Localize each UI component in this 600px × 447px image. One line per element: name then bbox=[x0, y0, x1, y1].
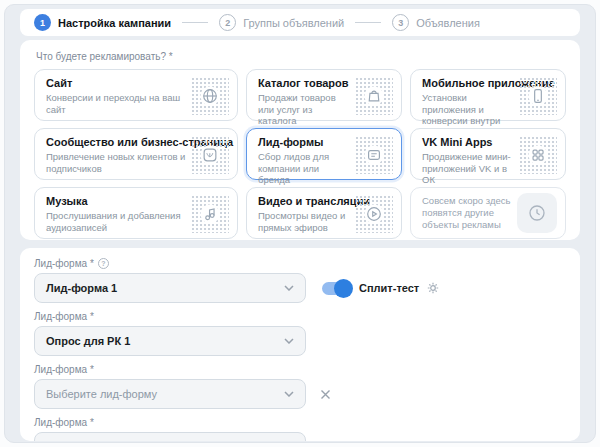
objective-card-community[interactable]: Сообщество или бизнес-страница Привлечен… bbox=[34, 128, 238, 180]
card-title: Лид-формы bbox=[258, 136, 351, 149]
step-2-label: Группы объявлений bbox=[243, 17, 344, 29]
split-test-label: Сплит-тест bbox=[359, 282, 419, 294]
objective-card-vk-mini-apps[interactable]: VK Mini Apps Продвижение мини-приложений… bbox=[410, 128, 566, 180]
video-play-icon bbox=[355, 195, 393, 233]
step-1-circle: 1 bbox=[34, 14, 51, 31]
objective-card-catalog[interactable]: Каталог товаров Продажи товаров или услу… bbox=[246, 69, 402, 121]
step-3-circle: 3 bbox=[392, 14, 409, 31]
card-subtitle: Просмотры видео и прямых эфиров bbox=[258, 210, 351, 233]
split-test-toggle[interactable] bbox=[322, 282, 351, 295]
select-value: Опрос для РК 1 bbox=[46, 335, 130, 347]
chevron-down-icon bbox=[284, 338, 294, 344]
lead-form-field-1: Лид-форма * ? Лид-форма 1 Сплит-тест bbox=[34, 258, 566, 303]
step-campaign-settings[interactable]: 1 Настройка кампании bbox=[34, 14, 171, 31]
card-title: Сайт bbox=[46, 77, 187, 90]
lead-form-icon bbox=[355, 136, 393, 174]
coming-soon-text: Совсем скоро здесь появятся другие объек… bbox=[422, 195, 517, 231]
step-divider bbox=[355, 22, 381, 23]
card-subtitle: Конверсии и переходы на ваш сайт bbox=[46, 92, 187, 115]
card-title: Каталог товаров bbox=[258, 77, 351, 90]
objective-card-video[interactable]: Видео и трансляции Просмотры видео и пря… bbox=[246, 187, 402, 239]
field-label: Лид-форма * bbox=[34, 417, 566, 428]
objective-question: Что будете рекламировать? * bbox=[36, 51, 566, 62]
card-subtitle: Привлечение новых клиентов и подписчиков bbox=[46, 151, 187, 174]
objective-section: Что будете рекламировать? * Сайт Конверс… bbox=[20, 40, 580, 240]
catalog-bag-icon bbox=[355, 77, 393, 115]
objective-card-mobile-app[interactable]: Мобильное приложение Установки приложени… bbox=[410, 69, 566, 121]
coming-soon-card: Совсем скоро здесь появятся другие объек… bbox=[410, 187, 566, 239]
toggle-knob bbox=[334, 279, 353, 298]
field-label-text: Лид-форма * bbox=[34, 417, 94, 428]
card-subtitle: Сбор лидов для компании или бренда bbox=[258, 151, 351, 186]
card-title: Мобильное приложение bbox=[422, 77, 515, 90]
lead-form-select-3[interactable]: Выберите лид-форму bbox=[34, 379, 306, 409]
remove-field-icon[interactable] bbox=[318, 387, 333, 402]
vk-community-icon bbox=[191, 136, 229, 174]
field-label-text: Лид-форма * bbox=[34, 364, 94, 375]
remove-field-icon[interactable] bbox=[318, 440, 333, 442]
step-ad-groups[interactable]: 2 Группы объявлений bbox=[219, 14, 344, 31]
select-value: Лид-форма 1 bbox=[46, 282, 117, 294]
mini-apps-icon bbox=[519, 136, 557, 174]
objective-grid: Сайт Конверсии и переходы на ваш сайт Ка… bbox=[34, 69, 566, 239]
step-2-circle: 2 bbox=[219, 14, 236, 31]
gear-icon[interactable] bbox=[427, 282, 439, 294]
select-placeholder: Выберите лид-форму bbox=[46, 388, 157, 400]
step-3-label: Объявления bbox=[416, 17, 480, 29]
card-title: Сообщество или бизнес-страница bbox=[46, 136, 187, 149]
lead-form-select-4[interactable]: Выберите лид-форму bbox=[34, 432, 306, 441]
field-label-text: Лид-форма * bbox=[34, 258, 94, 269]
chevron-down-icon bbox=[284, 285, 294, 291]
card-title: Видео и трансляции bbox=[258, 195, 351, 208]
globe-icon bbox=[191, 77, 229, 115]
lead-form-field-3: Лид-форма * Выберите лид-форму bbox=[34, 364, 566, 409]
chevron-down-icon bbox=[284, 391, 294, 397]
objective-card-music[interactable]: Музыка Прослушивания и добавления аудиоз… bbox=[34, 187, 238, 239]
lead-form-select-2[interactable]: Опрос для РК 1 bbox=[34, 326, 306, 356]
card-subtitle: Прослушивания и добавления аудиозаписей bbox=[46, 210, 187, 233]
field-label: Лид-форма * bbox=[34, 311, 566, 322]
clock-icon bbox=[517, 193, 557, 233]
step-divider bbox=[182, 22, 208, 23]
step-ads[interactable]: 3 Объявления bbox=[392, 14, 480, 31]
objective-card-lead-forms[interactable]: Лид-формы Сбор лидов для компании или бр… bbox=[246, 128, 402, 180]
help-icon[interactable]: ? bbox=[98, 258, 109, 269]
campaign-stepper: 1 Настройка кампании 2 Группы объявлений… bbox=[20, 9, 580, 36]
card-subtitle: Продвижение мини-приложений VK и в ОК bbox=[422, 151, 515, 186]
card-title: VK Mini Apps bbox=[422, 136, 515, 149]
field-label: Лид-форма * bbox=[34, 364, 566, 375]
card-subtitle: Продажи товаров или услуг из каталога bbox=[258, 92, 351, 127]
music-note-icon bbox=[191, 195, 229, 233]
field-label: Лид-форма * ? bbox=[34, 258, 566, 269]
card-title: Музыка bbox=[46, 195, 187, 208]
step-1-label: Настройка кампании bbox=[58, 17, 171, 29]
mobile-phone-icon bbox=[519, 77, 557, 115]
lead-form-section: Лид-форма * ? Лид-форма 1 Сплит-тест bbox=[20, 248, 580, 441]
field-label-text: Лид-форма * bbox=[34, 311, 94, 322]
lead-form-select-1[interactable]: Лид-форма 1 bbox=[34, 273, 306, 303]
lead-form-field-2: Лид-форма * Опрос для РК 1 bbox=[34, 311, 566, 356]
lead-form-field-4: Лид-форма * Выберите лид-форму bbox=[34, 417, 566, 441]
objective-card-site[interactable]: Сайт Конверсии и переходы на ваш сайт bbox=[34, 69, 238, 121]
